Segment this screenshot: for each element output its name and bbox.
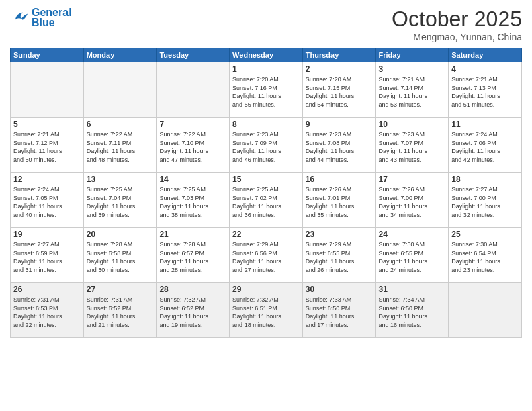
day-number: 18 [451,175,519,184]
calendar-cell [83,62,157,118]
calendar-cell: 14Sunrise: 7:25 AM Sunset: 7:03 PM Dayli… [157,173,230,228]
day-number: 9 [306,120,373,129]
day-number: 25 [451,230,519,239]
calendar-cell: 8Sunrise: 7:23 AM Sunset: 7:09 PM Daylig… [230,118,303,173]
calendar-cell: 31Sunrise: 7:34 AM Sunset: 6:50 PM Dayli… [375,283,449,338]
calendar-cell: 29Sunrise: 7:32 AM Sunset: 6:51 PM Dayli… [230,283,303,338]
calendar-cell: 25Sunrise: 7:30 AM Sunset: 6:54 PM Dayli… [449,228,522,283]
week-row-3: 12Sunrise: 7:24 AM Sunset: 7:05 PM Dayli… [11,173,522,228]
calendar-cell: 12Sunrise: 7:24 AM Sunset: 7:05 PM Dayli… [11,173,84,228]
header: General Blue October 2025 Mengmao, Yunna… [10,7,522,42]
calendar-cell: 4Sunrise: 7:21 AM Sunset: 7:13 PM Daylig… [449,62,522,118]
calendar-cell: 11Sunrise: 7:24 AM Sunset: 7:06 PM Dayli… [449,118,522,173]
calendar-cell: 9Sunrise: 7:23 AM Sunset: 7:08 PM Daylig… [302,118,375,173]
weekday-header-tuesday: Tuesday [157,48,230,62]
day-number: 14 [159,175,226,184]
day-number: 11 [451,120,519,129]
day-info: Sunrise: 7:23 AM Sunset: 7:07 PM Dayligh… [379,130,446,164]
day-number: 23 [306,230,373,239]
day-number: 21 [159,230,226,239]
day-info: Sunrise: 7:29 AM Sunset: 6:56 PM Dayligh… [232,240,300,274]
day-number: 28 [159,285,226,294]
page: General Blue October 2025 Mengmao, Yunna… [0,0,532,411]
day-info: Sunrise: 7:20 AM Sunset: 7:16 PM Dayligh… [232,75,300,109]
logo-text: General Blue [32,7,72,29]
day-info: Sunrise: 7:27 AM Sunset: 7:00 PM Dayligh… [451,185,519,219]
day-info: Sunrise: 7:22 AM Sunset: 7:10 PM Dayligh… [159,130,226,164]
day-info: Sunrise: 7:21 AM Sunset: 7:14 PM Dayligh… [379,75,446,109]
day-number: 4 [451,64,519,74]
calendar-cell: 5Sunrise: 7:21 AM Sunset: 7:12 PM Daylig… [11,118,84,173]
day-number: 30 [306,285,373,294]
week-row-4: 19Sunrise: 7:27 AM Sunset: 6:59 PM Dayli… [11,228,522,283]
day-info: Sunrise: 7:34 AM Sunset: 6:50 PM Dayligh… [379,295,446,329]
weekday-header-row: SundayMondayTuesdayWednesdayThursdayFrid… [11,48,522,62]
logo: General Blue [10,7,72,29]
day-info: Sunrise: 7:26 AM Sunset: 7:00 PM Dayligh… [379,185,446,219]
day-info: Sunrise: 7:32 AM Sunset: 6:52 PM Dayligh… [159,295,226,329]
day-info: Sunrise: 7:28 AM Sunset: 6:57 PM Dayligh… [159,240,226,274]
day-info: Sunrise: 7:24 AM Sunset: 7:06 PM Dayligh… [451,130,519,164]
location: Mengmao, Yunnan, China [392,32,522,42]
calendar-cell: 27Sunrise: 7:31 AM Sunset: 6:52 PM Dayli… [83,283,157,338]
day-number: 31 [379,285,446,294]
day-number: 20 [87,230,154,239]
day-number: 8 [232,120,300,129]
calendar-cell: 3Sunrise: 7:21 AM Sunset: 7:14 PM Daylig… [375,62,449,118]
weekday-header-sunday: Sunday [11,48,84,62]
title-block: October 2025 Mengmao, Yunnan, China [392,7,522,42]
day-info: Sunrise: 7:24 AM Sunset: 7:05 PM Dayligh… [13,185,81,219]
day-info: Sunrise: 7:25 AM Sunset: 7:03 PM Dayligh… [159,185,226,219]
day-info: Sunrise: 7:23 AM Sunset: 7:09 PM Dayligh… [232,130,300,164]
day-number: 3 [379,64,446,74]
day-number: 16 [306,175,373,184]
calendar-cell: 16Sunrise: 7:26 AM Sunset: 7:01 PM Dayli… [302,173,375,228]
calendar-cell [11,62,84,118]
calendar-cell: 24Sunrise: 7:30 AM Sunset: 6:55 PM Dayli… [375,228,449,283]
weekday-header-saturday: Saturday [449,48,522,62]
day-number: 7 [159,120,226,129]
day-info: Sunrise: 7:33 AM Sunset: 6:50 PM Dayligh… [306,295,373,329]
day-info: Sunrise: 7:29 AM Sunset: 6:55 PM Dayligh… [306,240,373,274]
calendar-cell: 22Sunrise: 7:29 AM Sunset: 6:56 PM Dayli… [230,228,303,283]
calendar-cell: 23Sunrise: 7:29 AM Sunset: 6:55 PM Dayli… [302,228,375,283]
day-number: 6 [87,120,154,129]
calendar-cell [449,283,522,338]
calendar-cell: 10Sunrise: 7:23 AM Sunset: 7:07 PM Dayli… [375,118,449,173]
calendar-cell: 21Sunrise: 7:28 AM Sunset: 6:57 PM Dayli… [157,228,230,283]
day-number: 2 [306,64,373,74]
day-number: 22 [232,230,300,239]
day-number: 26 [13,285,81,294]
day-info: Sunrise: 7:32 AM Sunset: 6:51 PM Dayligh… [232,295,300,329]
day-info: Sunrise: 7:21 AM Sunset: 7:13 PM Dayligh… [451,75,519,109]
calendar-cell: 7Sunrise: 7:22 AM Sunset: 7:10 PM Daylig… [157,118,230,173]
day-number: 19 [13,230,81,239]
day-info: Sunrise: 7:25 AM Sunset: 7:04 PM Dayligh… [87,185,154,219]
calendar-cell: 30Sunrise: 7:33 AM Sunset: 6:50 PM Dayli… [302,283,375,338]
day-number: 13 [87,175,154,184]
day-info: Sunrise: 7:28 AM Sunset: 6:58 PM Dayligh… [87,240,154,274]
calendar-cell: 20Sunrise: 7:28 AM Sunset: 6:58 PM Dayli… [83,228,157,283]
day-info: Sunrise: 7:26 AM Sunset: 7:01 PM Dayligh… [306,185,373,219]
day-info: Sunrise: 7:31 AM Sunset: 6:53 PM Dayligh… [13,295,81,329]
calendar-cell: 26Sunrise: 7:31 AM Sunset: 6:53 PM Dayli… [11,283,84,338]
calendar-cell: 13Sunrise: 7:25 AM Sunset: 7:04 PM Dayli… [83,173,157,228]
day-number: 12 [13,175,81,184]
calendar-cell: 28Sunrise: 7:32 AM Sunset: 6:52 PM Dayli… [157,283,230,338]
day-number: 15 [232,175,300,184]
day-number: 29 [232,285,300,294]
day-info: Sunrise: 7:23 AM Sunset: 7:08 PM Dayligh… [306,130,373,164]
calendar-cell: 18Sunrise: 7:27 AM Sunset: 7:00 PM Dayli… [449,173,522,228]
day-number: 24 [379,230,446,239]
weekday-header-friday: Friday [375,48,449,62]
calendar-cell: 1Sunrise: 7:20 AM Sunset: 7:16 PM Daylig… [230,62,303,118]
day-number: 5 [13,120,81,129]
weekday-header-wednesday: Wednesday [230,48,303,62]
calendar-cell: 19Sunrise: 7:27 AM Sunset: 6:59 PM Dayli… [11,228,84,283]
week-row-2: 5Sunrise: 7:21 AM Sunset: 7:12 PM Daylig… [11,118,522,173]
calendar-cell: 17Sunrise: 7:26 AM Sunset: 7:00 PM Dayli… [375,173,449,228]
day-info: Sunrise: 7:31 AM Sunset: 6:52 PM Dayligh… [87,295,154,329]
weekday-header-monday: Monday [83,48,157,62]
day-info: Sunrise: 7:21 AM Sunset: 7:12 PM Dayligh… [13,130,81,164]
day-info: Sunrise: 7:30 AM Sunset: 6:54 PM Dayligh… [451,240,519,274]
